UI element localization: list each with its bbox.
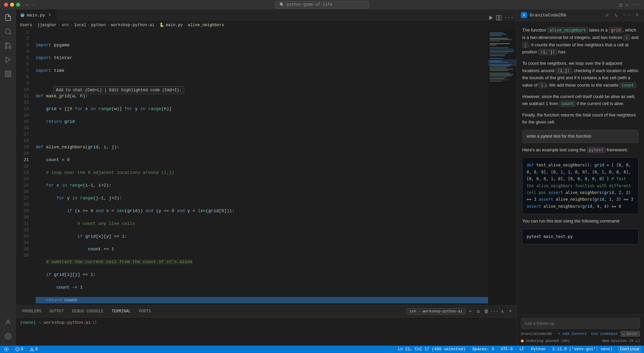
title-bar-right: ◫ ☐ ···: [619, 2, 640, 8]
activity-bar: [0, 9, 16, 346]
status-bar-right: Ln 21, Col 17 (468 selected) Spaces: 4 U…: [396, 346, 641, 353]
status-errors[interactable]: × 0: [14, 346, 24, 353]
ai-model-label: GraniteCode20b: [521, 332, 552, 336]
status-python-version[interactable]: 3.11.9 ('venv-gol': venv): [551, 346, 614, 353]
use-codebase-button[interactable]: Use codebase: [591, 332, 618, 336]
svg-rect-26: [490, 47, 508, 48]
ai-footer-right: Use codebase ↵ Enter: [591, 331, 640, 337]
traffic-lights: [4, 3, 20, 7]
maximize-window-button[interactable]: [16, 3, 20, 7]
sidebar-item-files[interactable]: [1, 11, 15, 24]
new-terminal-button[interactable]: +: [467, 308, 474, 315]
more-actions-icon[interactable]: ···: [632, 2, 640, 7]
run-button[interactable]: [488, 15, 493, 20]
status-continue-button[interactable]: Continue: [618, 346, 641, 353]
more-terminal-button[interactable]: ···: [491, 308, 498, 315]
tab-problems[interactable]: PROBLEMS: [19, 308, 45, 315]
svg-rect-23: [490, 41, 500, 41]
svg-point-2: [5, 43, 7, 45]
split-editor-button[interactable]: [496, 15, 501, 20]
status-spaces[interactable]: Spaces: 4: [471, 346, 495, 353]
nav-back-button[interactable]: ←: [25, 1, 29, 8]
breadcrumb-function[interactable]: alive_neighbors: [188, 23, 224, 28]
ai-explanation-1: The function alive_neighbors takes in a …: [522, 27, 639, 56]
code-editor[interactable]: 1 2 3 4 5 6 7 8 9 10 11 12 13 14 15 16 1: [16, 29, 517, 305]
status-encoding[interactable]: UTF-8: [499, 346, 514, 353]
ai-explanation-3: However, since the current cell itself c…: [522, 93, 639, 107]
ai-panel: G GraniteCode20b ⤢ ⤡ ··· × The function …: [517, 9, 644, 346]
python-version-label: 3.11.9 ('venv-gol': venv): [552, 347, 612, 352]
close-panel-icon[interactable]: ×: [635, 12, 640, 18]
line-numbers: 1 2 3 4 5 6 7 8 9 10 11 12 13 14 15 16 1: [16, 29, 33, 305]
sidebar-item-debug[interactable]: [1, 53, 15, 66]
ai-response-intro: Here's an example test using the pytest …: [522, 146, 639, 154]
tab-close-button[interactable]: ×: [47, 12, 53, 18]
kill-terminal-button[interactable]: 🗑: [483, 308, 490, 315]
split-terminal-button[interactable]: ⊡: [475, 308, 482, 315]
user-message-text: write a pytest test for this function: [527, 134, 591, 139]
ai-input-area[interactable]: [521, 318, 640, 329]
account-icon[interactable]: [1, 315, 15, 329]
svg-rect-38: [490, 66, 510, 67]
tab-terminal[interactable]: TERMINAL: [108, 308, 134, 315]
nav-forward-button[interactable]: →: [32, 1, 36, 8]
svg-rect-41: [490, 70, 508, 71]
maximize-panel-icon[interactable]: ⤢: [604, 12, 610, 19]
status-warnings[interactable]: ! 0: [29, 346, 39, 353]
svg-rect-39: [490, 67, 506, 68]
svg-rect-44: [490, 75, 512, 76]
title-bar-left: ← →: [4, 1, 36, 8]
breadcrumb-filename[interactable]: main.py: [166, 23, 182, 28]
split-editor-icon[interactable]: ☐: [625, 2, 628, 8]
ai-follow-up-input[interactable]: [525, 321, 636, 326]
close-terminal-button[interactable]: ×: [507, 308, 514, 315]
more-panel-icon[interactable]: ···: [621, 12, 632, 18]
breadcrumb-user[interactable]: jjasghar: [37, 23, 57, 28]
breadcrumb-python[interactable]: python: [91, 23, 106, 28]
status-cursor[interactable]: Ln 21, Col 17 (468 selected): [396, 346, 467, 353]
sidebar-item-extensions[interactable]: [1, 67, 15, 81]
breadcrumb-local[interactable]: local: [74, 23, 86, 28]
status-remote-button[interactable]: [3, 346, 10, 353]
indexing-label: Indexing paused (0%): [526, 339, 570, 343]
breadcrumb-users[interactable]: Users: [20, 23, 32, 28]
breadcrumb-workshop[interactable]: workshop-python-ai: [111, 23, 154, 28]
close-window-button[interactable]: [4, 3, 8, 7]
breadcrumb-src[interactable]: src: [62, 23, 69, 28]
breadcrumb-file-icon: 🐍: [159, 22, 164, 28]
global-search-bar[interactable]: 🔍 python-game-of-life: [275, 1, 369, 9]
svg-rect-43: [490, 74, 513, 75]
status-language[interactable]: Python: [530, 346, 547, 353]
tab-ports[interactable]: PORTS: [136, 308, 154, 315]
new-session-button[interactable]: New Session (⌘ L): [602, 339, 640, 343]
sidebar-item-search[interactable]: [1, 25, 15, 38]
add-context-button[interactable]: + Add Context: [558, 332, 587, 336]
editor-area: py main.py × ··· Users › jjasghar ›: [16, 9, 517, 346]
svg-rect-19: [490, 34, 506, 35]
code-content[interactable]: import pygame import tkinter import time…: [33, 29, 488, 305]
svg-rect-16: [499, 15, 501, 20]
ai-panel-title: GraniteCode20b: [530, 13, 566, 18]
status-line-ending[interactable]: LF: [518, 346, 526, 353]
ai-panel-footer: GraniteCode20b · + Add Context Use codeb…: [517, 315, 644, 346]
layout-icon[interactable]: ◫: [619, 2, 622, 8]
tab-main-py[interactable]: py main.py ×: [16, 9, 57, 21]
tab-debug-console[interactable]: DEBUG CONSOLE: [69, 308, 107, 315]
svg-text:py: py: [21, 14, 24, 17]
ai-footer-row: GraniteCode20b · + Add Context Use codeb…: [521, 331, 640, 337]
terminal-controls: zsh - workshop-python-ai + ⊡ 🗑 ··· ∧ ×: [407, 308, 514, 315]
more-editor-actions-icon[interactable]: ···: [504, 15, 514, 21]
tabs-bar: py main.py × ···: [16, 9, 517, 21]
ai-explanation-4: Finally, the function returns the total …: [522, 111, 639, 126]
tab-output[interactable]: OUTPUT: [46, 308, 67, 315]
indexing-dot: [521, 340, 524, 342]
terminal-arrow: →: [39, 320, 41, 325]
minimize-window-button[interactable]: [10, 3, 14, 7]
terminal-path: workshop-python-ai: [44, 320, 91, 325]
restore-panel-icon[interactable]: ⤡: [612, 12, 619, 19]
tab-label: main.py: [27, 13, 45, 18]
maximize-terminal-button[interactable]: ∧: [499, 308, 506, 315]
svg-rect-9: [9, 74, 11, 77]
sidebar-item-git[interactable]: [1, 39, 15, 52]
settings-icon[interactable]: [1, 330, 15, 343]
